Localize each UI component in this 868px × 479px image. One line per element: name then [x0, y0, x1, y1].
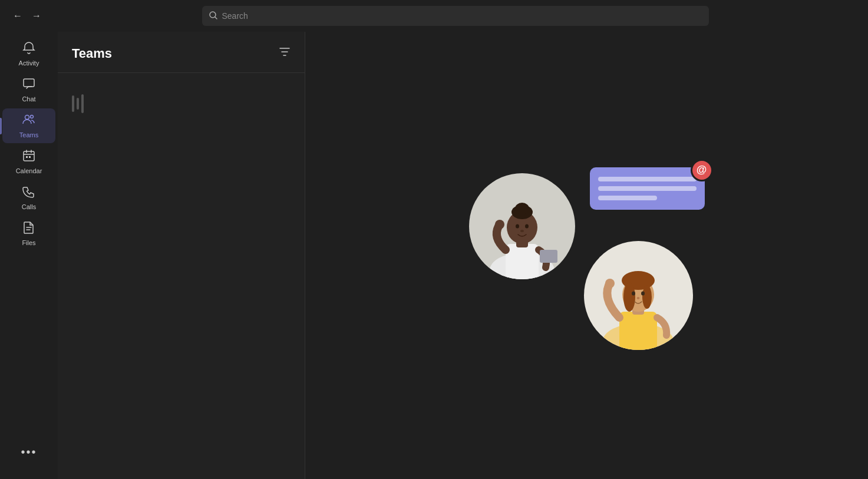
top-bar: ← → — [0, 0, 868, 32]
more-icon: ••• — [21, 445, 37, 459]
back-button[interactable]: ← — [9, 8, 26, 24]
calls-icon — [22, 185, 35, 201]
svg-point-4 — [31, 115, 34, 118]
loading-indicator — [67, 94, 295, 113]
svg-point-20 — [525, 224, 529, 228]
message-card: @ — [590, 167, 705, 210]
svg-point-32 — [641, 291, 645, 295]
sidebar-item-calls[interactable]: Calls — [2, 180, 55, 215]
sidebar-more-button[interactable]: ••• — [2, 440, 55, 465]
sidebar-item-files[interactable]: Files — [2, 216, 55, 251]
svg-point-30 — [642, 285, 652, 309]
avatar-person-2 — [584, 241, 693, 350]
svg-point-21 — [520, 230, 524, 232]
svg-point-3 — [25, 115, 29, 120]
search-bar[interactable] — [202, 6, 709, 26]
sidebar-item-chat[interactable]: Chat — [2, 72, 55, 107]
sidebar-item-files-label: Files — [22, 239, 35, 246]
svg-rect-14 — [506, 244, 539, 279]
svg-rect-23 — [540, 250, 557, 263]
message-line-3 — [598, 196, 657, 200]
svg-rect-2 — [24, 79, 34, 87]
svg-point-19 — [516, 224, 519, 228]
svg-point-29 — [623, 282, 635, 312]
svg-point-22 — [495, 220, 504, 229]
message-line-2 — [598, 186, 697, 191]
sidebar-item-activity[interactable]: Activity — [2, 37, 55, 71]
svg-point-18 — [515, 203, 529, 214]
svg-point-34 — [605, 279, 615, 288]
content-area: @ — [305, 32, 868, 479]
svg-point-33 — [637, 297, 640, 299]
search-input[interactable] — [222, 11, 702, 21]
panel-content — [58, 73, 305, 479]
forward-button[interactable]: → — [28, 8, 45, 24]
svg-rect-25 — [619, 312, 657, 350]
svg-rect-5 — [24, 151, 34, 161]
at-mention-badge: @ — [691, 159, 713, 181]
svg-rect-9 — [26, 156, 28, 158]
welcome-illustration: @ — [469, 161, 705, 350]
sidebar-item-chat-label: Chat — [22, 95, 35, 103]
files-icon — [22, 221, 35, 237]
message-line-1 — [598, 177, 697, 181]
sidebar-item-calls-label: Calls — [22, 203, 36, 210]
sidebar-item-teams[interactable]: Teams — [2, 108, 55, 143]
sidebar-item-calendar[interactable]: Calendar — [2, 144, 55, 179]
teams-icon — [22, 113, 36, 129]
calendar-icon — [22, 149, 35, 165]
activity-icon — [22, 41, 35, 57]
chat-icon — [22, 77, 35, 93]
search-icon — [209, 11, 217, 21]
svg-line-1 — [215, 17, 217, 19]
panel-title: Teams — [72, 46, 112, 61]
sidebar-item-calendar-label: Calendar — [16, 167, 42, 174]
svg-rect-10 — [29, 156, 31, 158]
avatar-person-1 — [469, 173, 575, 279]
main-area: Activity Chat Teams — [0, 32, 868, 479]
nav-arrows: ← → — [9, 8, 45, 24]
sidebar: Activity Chat Teams — [0, 32, 58, 479]
svg-point-31 — [632, 291, 635, 295]
panel-header: Teams — [58, 32, 305, 73]
sidebar-item-teams-label: Teams — [19, 131, 38, 138]
teams-panel: Teams — [58, 32, 305, 479]
sidebar-item-activity-label: Activity — [19, 60, 39, 67]
filter-button[interactable] — [276, 44, 293, 63]
